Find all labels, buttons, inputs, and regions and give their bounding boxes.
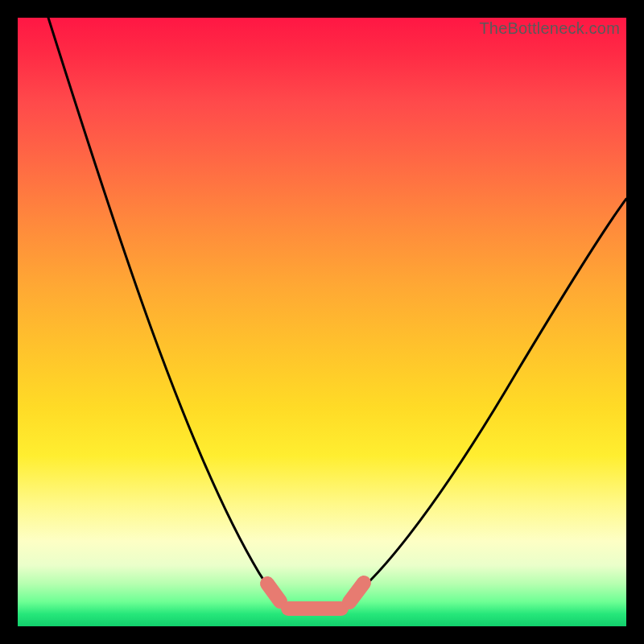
watermark-text: TheBottleneck.com (479, 19, 620, 38)
chart-area: TheBottleneck.com (18, 18, 626, 626)
svg-line-2 (349, 583, 364, 602)
optimal-markers (267, 583, 364, 609)
bottleneck-plot (18, 18, 626, 626)
curve-line (48, 18, 626, 613)
svg-line-0 (267, 584, 280, 601)
